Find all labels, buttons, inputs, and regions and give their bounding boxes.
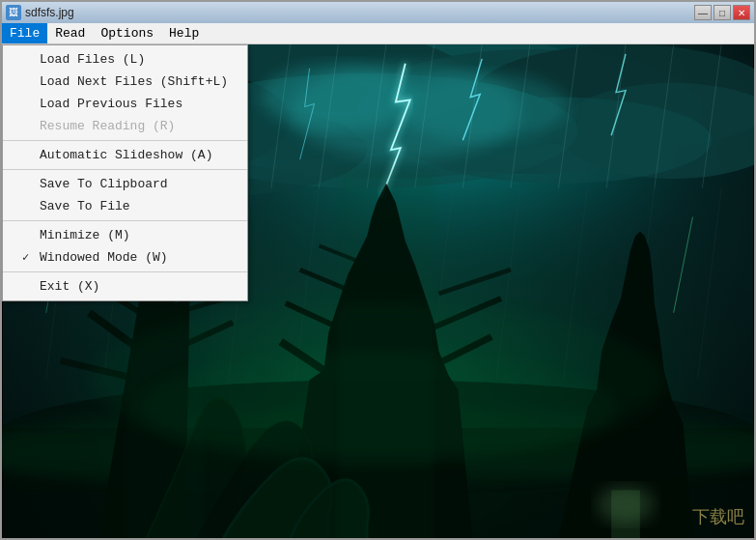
file-dropdown: Load Files (L) Load Next Files (Shift+L)… — [2, 44, 248, 301]
separator-4 — [3, 271, 247, 272]
main-window: 🖼 sdfsfs.jpg — □ ✕ File Load Files (L) — [0, 0, 756, 540]
svg-rect-65 — [338, 169, 434, 538]
menu-load-prev[interactable]: Load Previous Files — [3, 93, 247, 115]
menu-windowed[interactable]: ✓ Windowed Mode (W) — [3, 246, 247, 269]
separator-1 — [3, 140, 247, 141]
menu-minimize[interactable]: Minimize (M) — [3, 224, 247, 246]
maximize-button[interactable]: □ — [714, 5, 731, 20]
title-bar-left: 🖼 sdfsfs.jpg — [6, 5, 74, 20]
svg-rect-69 — [611, 490, 640, 538]
menu-save-file[interactable]: Save To File — [3, 195, 247, 217]
menu-file[interactable]: File Load Files (L) Load Next Files (Shi… — [2, 23, 47, 43]
menu-exit[interactable]: Exit (X) — [3, 275, 247, 298]
title-bar-buttons: — □ ✕ — [694, 5, 750, 20]
menu-slideshow[interactable]: Automatic Slideshow (A) — [3, 144, 247, 166]
window-title: sdfsfs.jpg — [25, 6, 74, 19]
minimize-button[interactable]: — — [694, 5, 712, 20]
close-button[interactable]: ✕ — [733, 5, 750, 20]
menu-save-clipboard[interactable]: Save To Clipboard — [3, 173, 247, 195]
menu-read[interactable]: Read — [47, 23, 93, 43]
menu-load-files[interactable]: Load Files (L) — [3, 48, 247, 71]
separator-2 — [3, 169, 247, 170]
menu-help[interactable]: Help — [161, 23, 207, 43]
menu-options[interactable]: Options — [93, 23, 161, 43]
menu-resume: Resume Reading (R) — [3, 115, 247, 137]
title-bar: 🖼 sdfsfs.jpg — □ ✕ — [2, 2, 754, 23]
window-icon: 🖼 — [6, 5, 21, 20]
menu-bar: File Load Files (L) Load Next Files (Shi… — [2, 23, 754, 44]
menu-load-next[interactable]: Load Next Files (Shift+L) — [3, 71, 247, 93]
separator-3 — [3, 220, 247, 221]
